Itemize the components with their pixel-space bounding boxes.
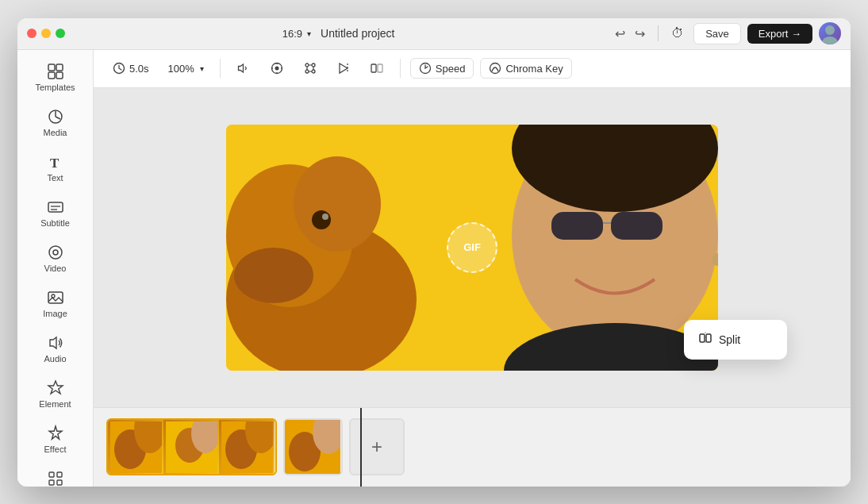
sidebar-item-video[interactable]: Video — [22, 237, 89, 279]
toolbar: 5.0s 100% — [94, 50, 851, 88]
transform-icon — [303, 61, 317, 75]
effect-icon — [47, 425, 64, 442]
text-icon: T — [47, 153, 64, 171]
svg-rect-17 — [49, 472, 54, 477]
chroma-icon — [489, 62, 501, 75]
svg-rect-50 — [700, 334, 705, 342]
svg-point-40 — [234, 248, 313, 303]
aspect-ratio-selector[interactable]: 16:9 — [282, 28, 311, 40]
context-menu: Split — [684, 320, 787, 360]
history-button[interactable]: ⏱ — [668, 23, 687, 44]
sidebar-label-image: Image — [43, 309, 67, 318]
context-menu-split[interactable]: Split — [689, 325, 782, 355]
sidebar-label-subtitle: Subtitle — [40, 218, 70, 228]
redo-button[interactable]: ↪ — [632, 23, 648, 44]
save-button[interactable]: Save — [693, 23, 741, 44]
toolbar-zoom[interactable]: 100% — [162, 60, 210, 78]
sidebar-label-media: Media — [44, 128, 67, 137]
toolbar-mirror[interactable] — [363, 58, 390, 79]
toolbar-transform[interactable] — [297, 58, 324, 79]
svg-point-1 — [822, 37, 838, 44]
canvas-area: GIF Split — [94, 88, 851, 407]
sidebar-label-audio: Audio — [44, 354, 66, 364]
duration-value: 5.0s — [129, 63, 149, 75]
svg-rect-34 — [378, 64, 382, 72]
svg-point-41 — [312, 210, 331, 229]
color-icon — [270, 61, 284, 75]
maximize-button[interactable] — [56, 29, 65, 38]
sidebar-item-text[interactable]: T Text — [22, 147, 89, 189]
toolbar-divider-1 — [220, 59, 221, 78]
add-clip-button[interactable]: + — [349, 418, 405, 475]
toolbar-volume[interactable] — [230, 58, 257, 79]
volume-icon — [236, 61, 251, 75]
sidebar-item-image[interactable]: Image — [22, 283, 89, 325]
sidebar-label-text: Text — [47, 173, 63, 183]
clip-thumb-1c — [219, 420, 275, 474]
sidebar-item-element[interactable]: Element — [22, 373, 89, 415]
svg-rect-45 — [551, 212, 603, 240]
audio-icon — [47, 334, 64, 352]
split-label: Split — [719, 333, 740, 346]
svg-point-27 — [312, 70, 315, 73]
svg-point-24 — [305, 63, 309, 67]
svg-point-26 — [305, 70, 309, 73]
sidebar-item-audio[interactable]: Audio — [22, 328, 89, 370]
toolbar-chroma[interactable]: Chroma Key — [480, 58, 571, 79]
clip-segment-1[interactable] — [106, 418, 277, 475]
undo-button[interactable]: ↩ — [612, 23, 628, 44]
templates-icon — [47, 63, 64, 80]
title-bar: 16:9 Untitled project ↩ ↪ ⏱ Save Export … — [17, 18, 851, 50]
sidebar-label-effect: Effect — [44, 444, 67, 454]
svg-rect-19 — [49, 480, 54, 485]
sidebar-item-subtitle[interactable]: Subtitle — [22, 192, 89, 234]
video-canvas: GIF — [226, 125, 718, 371]
image-icon — [47, 289, 64, 306]
svg-text:T: T — [50, 156, 60, 171]
video-icon — [47, 244, 64, 261]
toolbar-color[interactable] — [263, 58, 290, 79]
minimize-button[interactable] — [41, 29, 51, 38]
svg-point-25 — [312, 63, 315, 67]
svg-rect-2 — [48, 64, 55, 71]
clock-icon — [113, 62, 125, 75]
clip-thumb-1b — [163, 420, 219, 474]
sidebar: Templates Media T Text — [17, 50, 94, 487]
toolbar-divider-2 — [400, 59, 401, 78]
svg-rect-51 — [706, 334, 711, 342]
project-title[interactable]: Untitled project — [321, 27, 394, 40]
svg-rect-20 — [57, 480, 62, 485]
flip-icon — [336, 61, 351, 75]
timeline: + — [94, 407, 851, 487]
gif-label: GIF — [463, 241, 481, 253]
svg-rect-3 — [56, 64, 63, 71]
export-button[interactable]: Export → — [747, 24, 812, 44]
svg-point-16 — [52, 294, 55, 298]
svg-rect-46 — [611, 212, 663, 240]
split-icon — [698, 331, 712, 348]
speed-label: Speed — [436, 63, 466, 75]
toolbar-duration[interactable]: 5.0s — [106, 59, 156, 78]
avatar[interactable] — [819, 22, 841, 44]
divider — [658, 25, 659, 41]
gif-badge[interactable]: GIF — [447, 222, 497, 273]
element-icon — [47, 379, 64, 397]
traffic-lights — [27, 29, 65, 38]
clip-segment-2[interactable] — [283, 418, 343, 475]
svg-rect-4 — [48, 72, 55, 79]
sidebar-label-video: Video — [44, 264, 67, 273]
sidebar-item-effect[interactable]: Effect — [22, 418, 89, 460]
svg-point-39 — [294, 156, 381, 252]
sidebar-item-tools[interactable]: Tools — [22, 464, 89, 487]
editor-area: 5.0s 100% — [94, 50, 851, 487]
svg-rect-10 — [48, 202, 63, 212]
svg-point-0 — [825, 25, 835, 35]
svg-point-36 — [490, 63, 501, 74]
toolbar-flip[interactable] — [330, 58, 357, 79]
toolbar-speed[interactable]: Speed — [410, 58, 474, 79]
sidebar-label-element: Element — [39, 399, 71, 409]
sidebar-item-templates[interactable]: Templates — [22, 56, 89, 98]
sidebar-item-media[interactable]: Media — [22, 102, 89, 144]
close-button[interactable] — [27, 29, 36, 38]
svg-rect-33 — [371, 64, 376, 72]
